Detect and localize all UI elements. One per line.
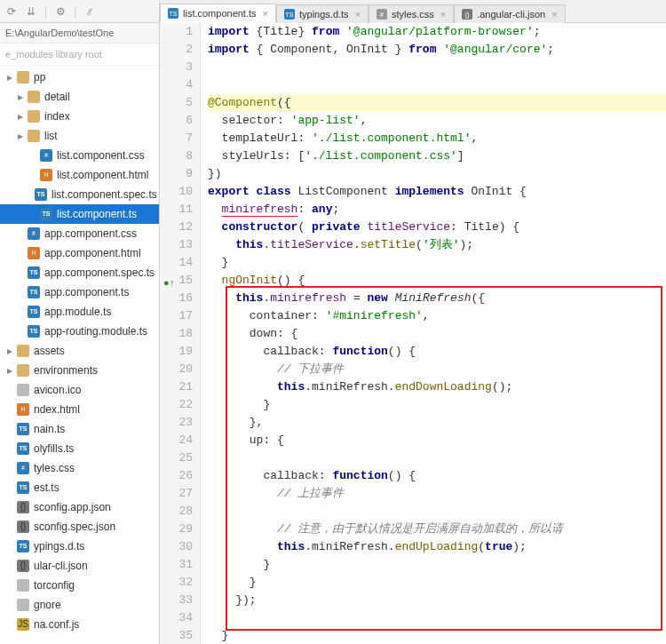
code-line[interactable]: }	[208, 396, 666, 414]
code-line[interactable]: container: '#minirefresh',	[208, 307, 666, 325]
gear-icon[interactable]: ⚙	[54, 5, 67, 18]
tree-item[interactable]: TSest.ts	[0, 478, 159, 497]
code-line[interactable]: callback: function() {	[208, 343, 666, 361]
tree-item-label: avicon.ico	[34, 382, 81, 398]
tree-item[interactable]: #app.component.css	[0, 224, 159, 243]
json-icon: {}	[17, 521, 29, 533]
code-line[interactable]: this.miniRefresh.endUpLoading(true);	[208, 538, 666, 556]
code-line[interactable]: import { Component, OnInit } from '@angu…	[208, 41, 666, 59]
code-content[interactable]: import {Title} from '@angular/platform-b…	[201, 23, 666, 644]
code-line[interactable]: constructor( private titleService: Title…	[208, 219, 666, 236]
code-line[interactable]: // 注意，由于默认情况是开启满屏自动加载的，所以请	[208, 521, 666, 538]
tree-item[interactable]: TSapp.module.ts	[0, 302, 159, 322]
code-line[interactable]: callback: function() {	[208, 467, 666, 485]
code-line[interactable]: selector: 'app-list',	[208, 112, 666, 130]
tree-item[interactable]: #tyles.css	[0, 458, 159, 478]
tree-item[interactable]: ▸detail	[0, 87, 159, 107]
code-line[interactable]: ngOnInit() {	[208, 272, 666, 290]
tree-item-label: ypings.d.ts	[34, 538, 84, 554]
close-icon[interactable]: ×	[355, 9, 361, 20]
tree-item-label: app.component.html	[44, 245, 141, 261]
code-line[interactable]: // 上拉事件	[208, 485, 666, 503]
project-tree[interactable]: ▸pp▸detail▸index▸list#list.component.css…	[0, 66, 159, 644]
tree-item[interactable]: torconfig	[0, 576, 159, 595]
tree-item[interactable]: {}sconfig.app.json	[0, 497, 159, 517]
code-line[interactable]: }	[208, 574, 666, 592]
tree-item[interactable]: ▸environments	[0, 361, 159, 380]
code-line[interactable]: }	[208, 556, 666, 574]
tree-item[interactable]: TSlist.component.ts	[0, 204, 159, 224]
editor-tabs[interactable]: TSlist.component.ts×TStypings.d.ts×#styl…	[160, 0, 666, 23]
tab-label: .angular-cli.json	[477, 9, 545, 20]
tree-item-label: tyles.css	[34, 460, 75, 476]
tree-item-label: ndex.html	[34, 402, 80, 417]
code-editor[interactable]: 123456789101112131415●↑16171819202122232…	[160, 23, 666, 644]
code-line[interactable]	[208, 503, 666, 521]
editor-tab[interactable]: #styles.css×	[369, 4, 454, 23]
editor-tab[interactable]: {}.angular-cli.json×	[454, 4, 565, 23]
code-line[interactable]: this.minirefresh = new MiniRefresh({	[208, 290, 666, 307]
close-icon[interactable]: ×	[263, 8, 268, 19]
line-gutter: 123456789101112131415●↑16171819202122232…	[160, 23, 201, 644]
tree-item[interactable]: Hndex.html	[0, 400, 159, 419]
tree-item[interactable]: ▸list	[0, 126, 159, 146]
tree-item[interactable]: TSapp-routing.module.ts	[0, 322, 159, 341]
code-line[interactable]: styleUrls: ['./list.component.css']	[208, 147, 666, 165]
code-line[interactable]	[208, 609, 666, 627]
editor-tab[interactable]: TSlist.component.ts×	[160, 4, 276, 23]
code-line[interactable]: });	[208, 592, 666, 609]
tree-item-label: list.component.ts	[57, 206, 137, 222]
tab-label: styles.css	[392, 9, 434, 20]
tree-item-label: app.component.spec.ts	[44, 265, 155, 281]
close-icon[interactable]: ×	[440, 9, 446, 20]
code-line[interactable]: this.miniRefresh.endDownLoading();	[208, 378, 666, 396]
code-line[interactable]	[208, 76, 666, 94]
tree-item[interactable]: TSnain.ts	[0, 419, 159, 439]
code-line[interactable]: })	[208, 165, 666, 183]
tree-item-label: app-routing.module.ts	[44, 323, 147, 339]
code-line[interactable]: minirefresh: any;	[208, 201, 666, 219]
tree-item[interactable]: ▸index	[0, 107, 159, 126]
hide-icon[interactable]: ⫽	[83, 5, 96, 18]
code-line[interactable]: },	[208, 414, 666, 432]
tree-item[interactable]: JSna.conf.js	[0, 615, 159, 634]
code-line[interactable]: }	[208, 627, 666, 644]
tree-item[interactable]: TSypings.d.ts	[0, 537, 159, 556]
code-line[interactable]	[208, 449, 666, 467]
code-line[interactable]: @Component({	[208, 94, 666, 112]
sidebar-toolbar: ⟳ ⇊ | ⚙ | ⫽	[0, 0, 159, 23]
tree-item[interactable]: avicon.ico	[0, 380, 159, 400]
tree-item[interactable]: TSolyfills.ts	[0, 439, 159, 458]
code-line[interactable]: up: {	[208, 432, 666, 449]
code-line[interactable]	[208, 59, 666, 76]
code-line[interactable]: // 下拉事件	[208, 361, 666, 378]
tree-item[interactable]: #list.component.css	[0, 146, 159, 165]
code-line[interactable]: templateUrl: './list.component.html',	[208, 130, 666, 147]
tree-item[interactable]: ▸assets	[0, 341, 159, 361]
tree-item-label: torconfig	[34, 577, 75, 593]
tree-item[interactable]: {}ular-cli.json	[0, 556, 159, 576]
sync-icon[interactable]: ⟳	[5, 5, 18, 18]
tree-item[interactable]: Hlist.component.html	[0, 165, 159, 185]
close-icon[interactable]: ×	[551, 9, 557, 20]
tree-item-label: sconfig.spec.json	[34, 519, 115, 535]
collapse-icon[interactable]: ⇊	[25, 5, 37, 18]
tree-item[interactable]: gnore	[0, 595, 159, 615]
tree-item[interactable]: TSlist.component.spec.ts	[0, 185, 159, 204]
tree-item[interactable]: ▸pp	[0, 68, 159, 87]
tree-item[interactable]: TSapp.component.ts	[0, 282, 159, 302]
code-line[interactable]: }	[208, 254, 666, 272]
ts-icon: TS	[17, 540, 29, 553]
ts-icon: TS	[168, 8, 178, 19]
tree-item[interactable]: TSapp.component.spec.ts	[0, 263, 159, 282]
code-line[interactable]: export class ListComponent implements On…	[208, 183, 666, 201]
code-line[interactable]: import {Title} from '@angular/platform-b…	[208, 23, 666, 41]
tree-item-label: assets	[34, 343, 65, 359]
json-icon: {}	[17, 501, 29, 513]
editor-tab[interactable]: TStypings.d.ts×	[276, 4, 369, 23]
code-line[interactable]: down: {	[208, 325, 666, 343]
tree-item[interactable]: Happ.component.html	[0, 243, 159, 263]
css-icon: #	[17, 462, 29, 474]
tree-item[interactable]: {}sconfig.spec.json	[0, 517, 159, 537]
code-line[interactable]: this.titleService.setTitle('列表');	[208, 236, 666, 254]
